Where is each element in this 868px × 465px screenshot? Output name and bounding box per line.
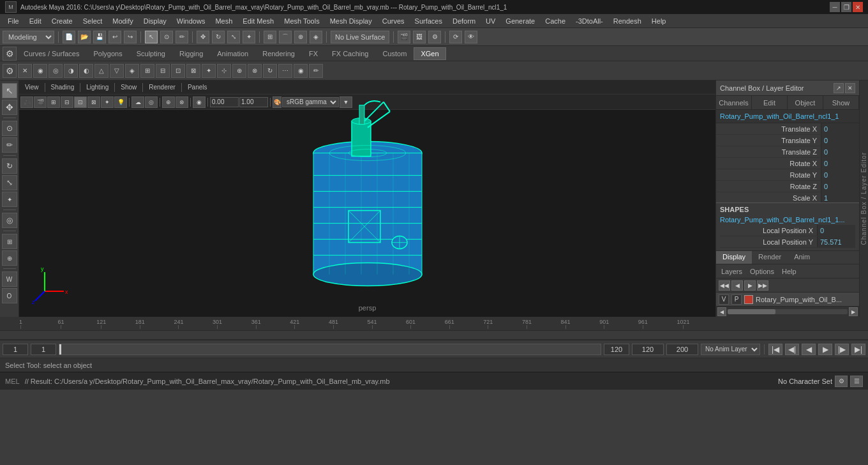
menu-rendesh[interactable]: Rendesh bbox=[608, 16, 647, 26]
save-scene-btn[interactable]: 💾 bbox=[93, 31, 106, 43]
tab-curves-surfaces[interactable]: Curves / Surfaces bbox=[17, 47, 86, 60]
tab-rendering[interactable]: Rendering bbox=[255, 47, 302, 60]
channel-box-close-btn[interactable]: ✕ bbox=[845, 83, 855, 93]
channel-value-ty[interactable]: 0 bbox=[821, 135, 859, 146]
layers-options-btn[interactable]: Options bbox=[747, 268, 777, 275]
timeline-scrubber[interactable] bbox=[59, 344, 601, 355]
snap-btn[interactable]: ⊕ bbox=[2, 250, 17, 266]
layer-scroll-left[interactable]: ◀ bbox=[717, 307, 726, 316]
menu-cache[interactable]: Cache bbox=[540, 16, 571, 26]
menu-generate[interactable]: Generate bbox=[500, 16, 540, 26]
lasso-btn[interactable]: ⊙ bbox=[2, 121, 17, 136]
xgen-icon-2[interactable]: ◉ bbox=[33, 64, 47, 78]
transform-input-x[interactable]: 0.00 bbox=[210, 97, 239, 107]
restore-button[interactable]: ❐ bbox=[841, 2, 851, 12]
paint-btn[interactable]: ✏ bbox=[2, 137, 17, 153]
menu-create[interactable]: Create bbox=[47, 16, 78, 26]
mode-selector[interactable]: Modeling Rigging Animation FX Rendering … bbox=[3, 31, 54, 43]
viewport-container[interactable]: View Shading Lighting Show Renderer Pane… bbox=[19, 80, 715, 317]
menu-select[interactable]: Select bbox=[78, 16, 108, 26]
menu-mesh[interactable]: Mesh bbox=[210, 16, 237, 26]
snap-curve-btn[interactable]: ⌒ bbox=[279, 31, 292, 43]
obj-space-btn[interactable]: O bbox=[2, 288, 17, 303]
shape-value-lpy[interactable]: 75.571 bbox=[817, 236, 855, 247]
edit-tab[interactable]: Edit bbox=[752, 96, 788, 109]
xgen-icon-14[interactable]: ⊹ bbox=[217, 64, 231, 78]
channel-value-sx[interactable]: 1 bbox=[821, 192, 859, 202]
layer-scroll-thumb[interactable] bbox=[728, 309, 775, 314]
layers-menu-btn[interactable]: Layers bbox=[719, 268, 745, 275]
show-menu-btn[interactable]: Show bbox=[117, 83, 140, 91]
layer-visibility-btn[interactable]: V bbox=[719, 294, 729, 305]
tab-polygons[interactable]: Polygons bbox=[86, 47, 129, 60]
channel-value-rz[interactable]: 0 bbox=[821, 181, 859, 192]
xgen-icon-11[interactable]: ⊡ bbox=[171, 64, 185, 78]
layer-scroll-right[interactable]: ▶ bbox=[849, 307, 858, 316]
xgen-icon-9[interactable]: ⊞ bbox=[140, 64, 154, 78]
xgen-icon-6[interactable]: △ bbox=[94, 64, 108, 78]
open-scene-btn[interactable]: 📂 bbox=[78, 31, 91, 43]
vt2-grid-btn[interactable]: ⊟ bbox=[61, 96, 73, 108]
play-back-btn[interactable]: ◀ bbox=[802, 344, 816, 355]
transform-input-y[interactable]: 1.00 bbox=[239, 97, 268, 107]
start-frame-input[interactable]: 1 bbox=[3, 344, 28, 355]
renderer-menu-btn[interactable]: Renderer bbox=[146, 83, 179, 91]
no-live-surface-btn[interactable]: No Live Surface bbox=[331, 31, 389, 43]
display-tab[interactable]: Display bbox=[716, 251, 752, 264]
xgen-icon-18[interactable]: ⋯ bbox=[278, 64, 292, 78]
vt2-cam-btn[interactable]: 🎥 bbox=[20, 96, 33, 108]
show-hide-sel-btn[interactable]: 👁 bbox=[465, 31, 477, 43]
select-tool-btn[interactable]: ↖ bbox=[145, 31, 158, 43]
menu-uv[interactable]: UV bbox=[481, 16, 500, 26]
vt2-scene-btn[interactable]: ⊕ bbox=[162, 96, 175, 108]
menu-modify[interactable]: Modify bbox=[107, 16, 138, 26]
object-tab[interactable]: Object bbox=[788, 96, 823, 109]
menu-file[interactable]: File bbox=[3, 16, 24, 26]
vt2-prev-btn[interactable]: ⊞ bbox=[47, 96, 60, 108]
vt2-ao-btn[interactable]: ◎ bbox=[145, 96, 158, 108]
channel-value-tx[interactable]: 0 bbox=[821, 123, 859, 134]
play-forward-btn[interactable]: ▶ bbox=[818, 344, 832, 355]
ipr-render-btn[interactable]: 🖼 bbox=[413, 31, 426, 43]
rotate-tool-btn[interactable]: ↻ bbox=[212, 31, 225, 43]
panels-menu-btn[interactable]: Panels bbox=[184, 83, 211, 91]
channel-value-tz[interactable]: 0 bbox=[821, 146, 859, 157]
rotate-btn[interactable]: ↻ bbox=[2, 158, 17, 174]
vt2-sel-cam-btn[interactable]: 🎬 bbox=[34, 96, 47, 108]
menu-help[interactable]: Help bbox=[647, 16, 671, 26]
lasso-select-btn[interactable]: ⊙ bbox=[160, 31, 173, 43]
window-controls[interactable]: ─ ❐ ✕ bbox=[830, 2, 863, 12]
xgen-icon-12[interactable]: ⊠ bbox=[186, 64, 200, 78]
end-frame-input[interactable] bbox=[604, 344, 629, 355]
world-space-btn[interactable]: W bbox=[2, 271, 17, 287]
tab-xgen[interactable]: XGen bbox=[414, 47, 445, 60]
soft-select-btn[interactable]: ◎ bbox=[2, 213, 17, 228]
jump-start-btn[interactable]: |◀ bbox=[768, 344, 782, 355]
xgen-icon-3[interactable]: ◎ bbox=[49, 64, 63, 78]
lighting-menu-btn[interactable]: Lighting bbox=[83, 83, 112, 91]
menu-edit[interactable]: Edit bbox=[24, 16, 47, 26]
playback-end-input[interactable] bbox=[632, 344, 664, 355]
prev-btn[interactable]: ◀ bbox=[731, 280, 743, 291]
move-tool-btn[interactable]: ✥ bbox=[197, 31, 209, 43]
tab-fx[interactable]: FX bbox=[302, 47, 325, 60]
xgen-icon-16[interactable]: ⊗ bbox=[248, 64, 262, 78]
current-frame-input[interactable]: 1 bbox=[31, 344, 56, 355]
vt2-texture-btn[interactable]: ✦ bbox=[101, 96, 114, 108]
universal-btn[interactable]: ✦ bbox=[2, 192, 17, 207]
menu-3dto-all[interactable]: -3DtoAll- bbox=[571, 16, 608, 26]
vt2-solid-btn[interactable]: ⊠ bbox=[87, 96, 100, 108]
tab-sculpting[interactable]: Sculpting bbox=[130, 47, 172, 60]
vt2-hud-btn[interactable]: ⊗ bbox=[176, 96, 188, 108]
xgen-icon-10[interactable]: ⊟ bbox=[156, 64, 170, 78]
xgen-icon-5[interactable]: ◐ bbox=[79, 64, 93, 78]
tab-rigging[interactable]: Rigging bbox=[172, 47, 210, 60]
timeline-frames[interactable] bbox=[0, 331, 868, 340]
menu-windows[interactable]: Windows bbox=[172, 16, 211, 26]
char-set-settings-btn[interactable]: ⚙ bbox=[835, 376, 848, 387]
snap-surface-btn[interactable]: ◈ bbox=[310, 31, 322, 43]
vt2-isolate-btn[interactable]: ◉ bbox=[193, 96, 206, 108]
snap-grid-btn[interactable]: ⊞ bbox=[264, 31, 276, 43]
vt2-wire-btn[interactable]: ⊡ bbox=[74, 96, 87, 108]
view-menu-btn[interactable]: View bbox=[22, 83, 42, 91]
